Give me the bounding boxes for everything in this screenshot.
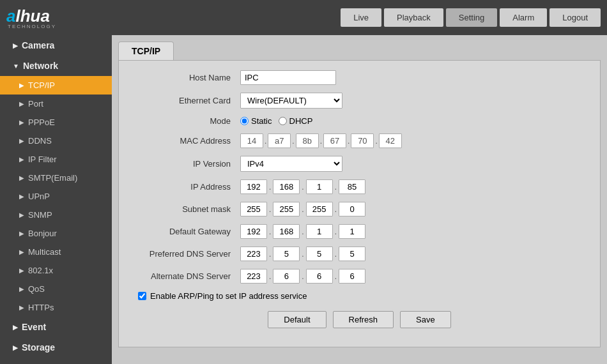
storage-arrow-icon: ▶ — [13, 344, 18, 351]
sidebar-section-event-label: Event — [22, 322, 46, 332]
sidebar-item-ddns[interactable]: ▶ DDNS — [0, 132, 112, 150]
tab-setting[interactable]: Setting — [446, 8, 497, 27]
static-radio[interactable] — [240, 117, 249, 125]
multicast-arrow-icon: ▶ — [19, 248, 24, 255]
8021x-arrow-icon: ▶ — [19, 267, 24, 274]
save-button[interactable]: Save — [400, 311, 451, 328]
sidebar-item-multicast[interactable]: ▶ Multicast — [0, 243, 112, 261]
ipaddress-row: IP Address . . . — [132, 179, 587, 194]
subnet-seg-1[interactable] — [273, 202, 300, 216]
mac-seg-1 — [268, 133, 291, 148]
pdns-seg-0[interactable] — [240, 246, 267, 261]
sidebar-item-https-label: HTTPs — [28, 303, 54, 312]
mac-seg-2 — [296, 133, 319, 148]
ethernet-label: Ethernet Card — [132, 96, 240, 105]
ip-dot-0: . — [268, 183, 272, 192]
ipversion-row: IP Version IPv4IPv6 — [132, 156, 587, 172]
sidebar-section-camera[interactable]: ▶ Camera — [0, 35, 112, 56]
hostname-label: Host Name — [132, 73, 240, 82]
subnet-seg-0[interactable] — [240, 202, 267, 216]
tab-playback[interactable]: Playback — [384, 8, 443, 27]
sidebar-section-system[interactable]: ▶ System — [0, 358, 112, 364]
sidebar-item-tcpip-label: TCP/IP — [28, 80, 55, 90]
default-button[interactable]: Default — [268, 311, 326, 328]
mode-control: Static DHCP — [240, 116, 312, 126]
sidebar-item-qos-label: QoS — [28, 284, 45, 294]
subnet-row: Subnet mask . . . — [132, 202, 587, 216]
sidebar-item-bonjour[interactable]: ▶ Bonjour — [0, 224, 112, 243]
ip-dot-2: . — [334, 183, 337, 192]
gw-seg-3[interactable] — [339, 224, 365, 239]
sidebar-item-ddns-label: DDNS — [28, 136, 52, 146]
ipaddress-label: IP Address — [132, 182, 240, 192]
ipaddress-control: . . . — [240, 179, 365, 194]
gw-seg-1[interactable] — [273, 224, 300, 239]
sidebar-item-qos[interactable]: ▶ QoS — [0, 280, 112, 298]
refresh-button[interactable]: Refresh — [333, 311, 394, 328]
pdns-dot-0: . — [268, 250, 272, 259]
sidebar-item-multicast-label: Multicast — [28, 247, 61, 257]
gateway-control: . . . — [240, 224, 365, 239]
ip-seg-3[interactable] — [339, 179, 365, 194]
pdns-seg-3[interactable] — [339, 246, 365, 261]
mac-seg-5 — [379, 133, 402, 148]
ethernet-control: Wire(DEFAULT) — [240, 93, 342, 109]
mac-seg-0 — [240, 133, 263, 148]
tcpip-tab-header: TCP/IP — [118, 42, 174, 60]
sidebar-item-8021x[interactable]: ▶ 802.1x — [0, 261, 112, 280]
sidebar-item-upnp-label: UPnP — [28, 192, 50, 201]
sidebar-item-snmp[interactable]: ▶ SNMP — [0, 206, 112, 224]
sidebar-item-pppoe-label: PPPoE — [28, 118, 55, 127]
preferred-dns-row: Preferred DNS Server . . . — [132, 246, 587, 261]
static-radio-label[interactable]: Static — [240, 116, 272, 126]
ethernet-select[interactable]: Wire(DEFAULT) — [240, 93, 342, 109]
sidebar-item-smtp[interactable]: ▶ SMTP(Email) — [0, 169, 112, 187]
sidebar-item-pppoe[interactable]: ▶ PPPoE — [0, 113, 112, 132]
dhcp-radio[interactable] — [279, 117, 287, 125]
pdns-seg-1[interactable] — [273, 246, 300, 261]
pdns-seg-2[interactable] — [306, 246, 333, 261]
mac-row: MAC Address . . . . . — [132, 133, 587, 148]
hostname-input[interactable] — [240, 70, 336, 85]
gw-seg-0[interactable] — [240, 224, 267, 239]
adns-seg-3[interactable] — [339, 269, 365, 284]
dhcp-radio-label[interactable]: DHCP — [279, 116, 313, 126]
dhcp-label: DHCP — [289, 116, 313, 126]
adns-seg-2[interactable] — [306, 269, 333, 284]
ip-seg-1[interactable] — [273, 179, 300, 194]
subnet-seg-2[interactable] — [306, 202, 333, 216]
adns-seg-1[interactable] — [273, 269, 300, 284]
ipversion-select[interactable]: IPv4IPv6 — [240, 156, 342, 172]
sidebar-section-network-label: Network — [23, 61, 58, 71]
ip-seg-0[interactable] — [240, 179, 267, 194]
tab-alarm[interactable]: Alarm — [500, 8, 547, 27]
tab-logout[interactable]: Logout — [549, 8, 601, 27]
pppoe-arrow-icon: ▶ — [19, 119, 24, 126]
adns-dot-1: . — [301, 272, 304, 281]
sidebar-section-network[interactable]: ▼ Network — [0, 56, 112, 76]
alternate-dns-row: Alternate DNS Server . . . — [132, 269, 587, 284]
qos-arrow-icon: ▶ — [19, 285, 24, 292]
arp-ping-checkbox[interactable] — [138, 292, 146, 300]
tab-live[interactable]: Live — [341, 8, 381, 27]
gateway-row: Default Gateway . . . — [132, 224, 587, 239]
sidebar-section-storage[interactable]: ▶ Storage — [0, 337, 112, 358]
sidebar-item-https[interactable]: ▶ HTTPs — [0, 298, 112, 317]
upnp-arrow-icon: ▶ — [19, 193, 24, 200]
mode-label: Mode — [132, 116, 240, 126]
sidebar-section-event[interactable]: ▶ Event — [0, 317, 112, 337]
sidebar-item-8021x-label: 802.1x — [28, 266, 53, 275]
sidebar-item-ipfilter-label: IP Filter — [28, 155, 57, 164]
adns-seg-0[interactable] — [240, 269, 267, 284]
sidebar-item-upnp[interactable]: ▶ UPnP — [0, 187, 112, 206]
sidebar-item-ipfilter[interactable]: ▶ IP Filter — [0, 150, 112, 169]
sidebar-item-port[interactable]: ▶ Port — [0, 95, 112, 113]
sidebar: ▶ Camera ▼ Network ▶ TCP/IP ▶ Port ▶ PPP… — [0, 35, 112, 364]
mac-dot-4: . — [375, 137, 377, 146]
gw-seg-2[interactable] — [306, 224, 333, 239]
static-label: Static — [251, 116, 272, 126]
sidebar-item-tcpip[interactable]: ▶ TCP/IP — [0, 76, 112, 95]
subnet-seg-3[interactable] — [339, 202, 365, 216]
sidebar-item-bonjour-label: Bonjour — [28, 229, 57, 238]
ip-seg-2[interactable] — [306, 179, 333, 194]
